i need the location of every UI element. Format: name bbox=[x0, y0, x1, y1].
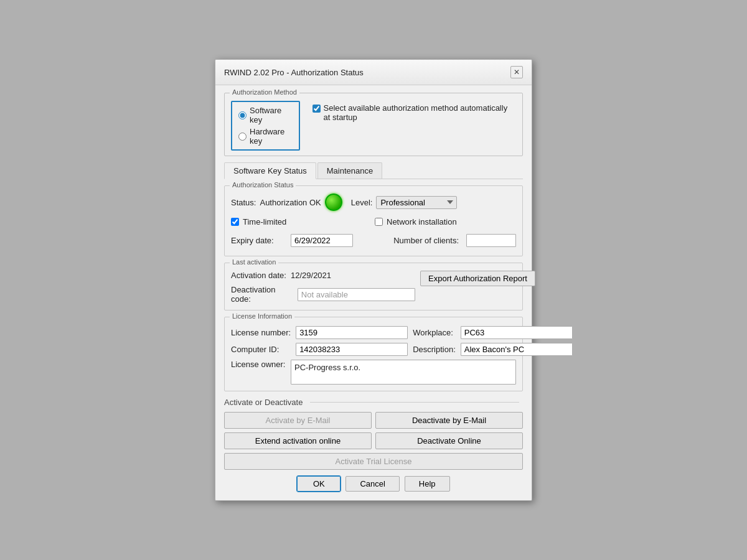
activation-date-label: Activation date: bbox=[231, 271, 287, 280]
last-activation-group: Last activation Activation date: 12/29/2… bbox=[224, 263, 523, 310]
auto-select-label: Select available authorization method au… bbox=[324, 103, 516, 122]
auth-status-group: Authorization Status Status: Authorizati… bbox=[224, 185, 523, 256]
network-installation-checkbox-row[interactable]: Network installation bbox=[375, 217, 516, 226]
ok-button[interactable]: OK bbox=[297, 476, 341, 492]
activate-separator bbox=[310, 402, 519, 403]
activate-title: Activate or Deactivate bbox=[224, 398, 303, 407]
computer-id-label: Computer ID: bbox=[231, 345, 291, 354]
cancel-button[interactable]: Cancel bbox=[345, 476, 399, 492]
activation-date-value: 12/29/2021 bbox=[291, 271, 331, 280]
tabs-row: Software Key Status Maintenance bbox=[224, 162, 523, 179]
expiry-date-row: Expiry date: Number of clients: bbox=[231, 234, 516, 247]
trial-license-button[interactable]: Activate Trial License bbox=[224, 453, 523, 470]
description-label: Description: bbox=[413, 345, 456, 354]
activate-section: Activate or Deactivate Activate by E-Mai… bbox=[224, 398, 523, 470]
license-info-group: License Information License number: Work… bbox=[224, 317, 523, 391]
footer-buttons: OK Cancel Help bbox=[224, 476, 523, 492]
status-value: Authorization OK bbox=[260, 198, 321, 207]
auth-method-group: Authorization Method Software key Hardwa… bbox=[224, 93, 523, 156]
time-limited-label: Time-limited bbox=[243, 217, 286, 226]
authorization-dialog: RWIND 2.02 Pro - Authorization Status ✕ … bbox=[215, 59, 532, 501]
activation-date-row: Activation date: 12/29/2021 bbox=[231, 271, 415, 280]
last-activation-grid: Activation date: 12/29/2021 Deactivation… bbox=[231, 271, 516, 304]
time-limited-checkbox[interactable] bbox=[231, 218, 239, 226]
workplace-input[interactable] bbox=[461, 326, 573, 339]
tab-maintenance[interactable]: Maintenance bbox=[317, 162, 382, 179]
deact-code-input[interactable] bbox=[298, 288, 415, 301]
num-clients-input[interactable] bbox=[466, 234, 516, 247]
status-led bbox=[325, 194, 342, 211]
last-activation-title: Last activation bbox=[230, 258, 278, 266]
dialog-title: RWIND 2.02 Pro - Authorization Status bbox=[224, 68, 364, 77]
hardware-key-radio-input[interactable] bbox=[238, 133, 247, 141]
license-grid: License number: Workplace: Computer ID: … bbox=[231, 326, 516, 356]
network-installation-checkbox[interactable] bbox=[375, 218, 383, 226]
activation-fields: Activation date: 12/29/2021 Deactivation… bbox=[231, 271, 415, 304]
hardware-key-radio[interactable]: Hardware key bbox=[238, 127, 293, 146]
license-number-input[interactable] bbox=[296, 326, 408, 339]
tab-software-key-status[interactable]: Software Key Status bbox=[224, 162, 316, 179]
level-label: Level: bbox=[351, 198, 373, 207]
time-limited-checkbox-row[interactable]: Time-limited bbox=[231, 217, 372, 226]
activate-btn-grid: Activate by E-Mail Deactivate by E-Mail … bbox=[224, 412, 523, 449]
network-installation-label: Network installation bbox=[387, 217, 457, 226]
license-owner-value: PC-Progress s.r.o. bbox=[294, 363, 360, 372]
license-number-label: License number: bbox=[231, 328, 291, 337]
hardware-key-label: Hardware key bbox=[250, 127, 293, 146]
expiry-date-label: Expiry date: bbox=[231, 236, 287, 245]
computer-id-input[interactable] bbox=[296, 343, 408, 356]
status-row: Status: Authorization OK Level: Professi… bbox=[231, 194, 516, 211]
export-btn-container: Export Authorization Report bbox=[420, 271, 535, 286]
level-select[interactable]: Professional bbox=[376, 196, 457, 209]
auto-select-row: Select available authorization method au… bbox=[312, 103, 516, 122]
num-clients-label: Number of clients: bbox=[393, 236, 459, 245]
auth-status-title: Authorization Status bbox=[230, 181, 296, 189]
dialog-body: Authorization Method Software key Hardwa… bbox=[215, 85, 532, 500]
software-key-label: Software key bbox=[250, 106, 293, 124]
options-row: Time-limited Network installation bbox=[231, 217, 516, 230]
activate-title-row: Activate or Deactivate bbox=[224, 398, 523, 407]
license-owner-row: License owner: PC-Progress s.r.o. bbox=[231, 360, 516, 385]
deact-code-row: Deactivation code: bbox=[231, 285, 415, 304]
software-key-radio[interactable]: Software key bbox=[238, 106, 293, 124]
title-bar: RWIND 2.02 Pro - Authorization Status ✕ bbox=[215, 60, 532, 85]
workplace-label: Workplace: bbox=[413, 328, 456, 337]
license-owner-area: PC-Progress s.r.o. bbox=[291, 360, 516, 385]
auth-method-title: Authorization Method bbox=[230, 88, 299, 96]
expiry-date-input[interactable] bbox=[291, 234, 353, 247]
help-button[interactable]: Help bbox=[405, 476, 450, 492]
deact-code-label: Deactivation code: bbox=[231, 285, 294, 304]
export-authorization-report-button[interactable]: Export Authorization Report bbox=[420, 271, 535, 286]
deactivate-online-button[interactable]: Deactivate Online bbox=[375, 432, 523, 449]
license-info-title: License Information bbox=[230, 312, 294, 320]
license-owner-label: License owner: bbox=[231, 360, 287, 369]
extend-activation-online-button[interactable]: Extend activation online bbox=[224, 432, 372, 449]
software-key-radio-input[interactable] bbox=[238, 111, 247, 119]
activate-email-button[interactable]: Activate by E-Mail bbox=[224, 412, 372, 429]
close-button[interactable]: ✕ bbox=[510, 66, 523, 78]
auth-method-radio-group: Software key Hardware key bbox=[231, 101, 300, 151]
deactivate-email-button[interactable]: Deactivate by E-Mail bbox=[375, 412, 523, 429]
status-label: Status: bbox=[231, 198, 256, 207]
description-input[interactable] bbox=[461, 343, 573, 356]
auth-method-row: Software key Hardware key Select availab… bbox=[231, 101, 516, 151]
auto-select-checkbox[interactable] bbox=[312, 105, 321, 113]
